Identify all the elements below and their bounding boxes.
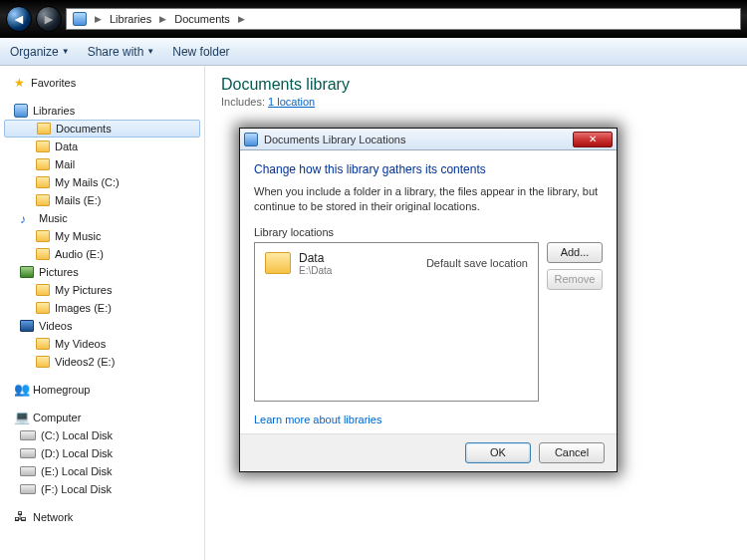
includes-link[interactable]: 1 location xyxy=(268,96,315,108)
dialog-title: Documents Library Locations xyxy=(264,134,567,145)
new-folder-button[interactable]: New folder xyxy=(172,45,229,59)
locations-list[interactable]: Data E:\Data Default save location xyxy=(254,242,539,402)
folder-icon xyxy=(36,194,50,206)
ok-button[interactable]: OK xyxy=(465,442,531,463)
chevron-down-icon: ▼ xyxy=(146,47,154,56)
breadcrumb-documents[interactable]: Documents xyxy=(168,9,236,29)
network-icon: 🖧 xyxy=(14,510,28,524)
folder-icon xyxy=(36,356,50,368)
breadcrumb-libraries[interactable]: Libraries xyxy=(104,9,157,29)
sidebar-documents[interactable]: Documents xyxy=(4,120,200,138)
drive-icon xyxy=(20,430,36,440)
libraries-icon xyxy=(73,12,87,26)
sidebar-libraries[interactable]: Libraries xyxy=(0,102,204,120)
sidebar-drive[interactable]: (D:) Local Disk xyxy=(0,444,204,462)
chevron-right-icon: ▶ xyxy=(157,14,168,24)
dialog-titlebar[interactable]: Documents Library Locations ✕ xyxy=(240,129,617,150)
dialog-icon xyxy=(244,133,258,146)
sidebar-item[interactable]: Data xyxy=(0,138,204,155)
sidebar-drive[interactable]: (F:) Local Disk xyxy=(0,480,204,498)
folder-icon xyxy=(265,252,291,274)
add-button[interactable]: Add... xyxy=(547,242,603,263)
navigation-pane: ★Favorites Libraries Documents Data Mail… xyxy=(0,66,205,560)
sidebar-item[interactable]: My Pictures xyxy=(0,281,204,299)
dialog-heading: Change how this library gathers its cont… xyxy=(254,162,603,176)
sidebar-item[interactable]: My Music xyxy=(0,227,204,245)
sidebar-item[interactable]: Mail xyxy=(0,155,204,173)
learn-more-link[interactable]: Learn more about libraries xyxy=(254,414,603,425)
computer-icon: 💻 xyxy=(14,411,28,424)
sidebar-drive[interactable]: (C:) Local Disk xyxy=(0,426,204,444)
folder-icon xyxy=(36,248,50,260)
page-title: Documents library xyxy=(221,76,731,94)
window-titlebar: ◄ ► ▶ Libraries ▶ Documents ▶ xyxy=(0,0,747,38)
location-item[interactable]: Data E:\Data Default save location xyxy=(261,249,532,278)
sidebar-item[interactable]: Images (E:) xyxy=(0,299,204,317)
locations-label: Library locations xyxy=(254,226,603,238)
address-bar[interactable]: ▶ Libraries ▶ Documents ▶ xyxy=(66,8,741,30)
sidebar-item[interactable]: My Mails (C:) xyxy=(0,173,204,191)
default-save-label: Default save location xyxy=(426,257,528,269)
folder-icon xyxy=(36,230,50,242)
libraries-icon xyxy=(14,104,28,118)
drive-icon xyxy=(20,484,36,494)
sidebar-computer[interactable]: 💻Computer xyxy=(0,409,204,426)
folder-icon xyxy=(36,158,50,170)
sidebar-item[interactable]: My Videos xyxy=(0,335,204,353)
share-with-menu[interactable]: Share with▼ xyxy=(88,45,155,59)
chevron-right-icon: ▶ xyxy=(93,14,104,24)
video-icon xyxy=(20,320,34,332)
pictures-icon xyxy=(20,266,34,278)
explorer-toolbar: Organize▼ Share with▼ New folder xyxy=(0,38,747,66)
folder-icon xyxy=(36,338,50,350)
location-path: E:\Data xyxy=(299,265,418,276)
sidebar-music[interactable]: ♪Music xyxy=(0,209,204,227)
homegroup-icon: 👥 xyxy=(14,383,28,397)
folder-icon xyxy=(37,123,51,135)
organize-menu[interactable]: Organize▼ xyxy=(10,45,70,59)
sidebar-videos[interactable]: Videos xyxy=(0,317,204,335)
dialog-footer: OK Cancel xyxy=(240,433,617,471)
sidebar-item[interactable]: Audio (E:) xyxy=(0,245,204,263)
sidebar-pictures[interactable]: Pictures xyxy=(0,263,204,281)
folder-icon xyxy=(36,140,50,152)
star-icon: ★ xyxy=(14,77,26,89)
sidebar-item[interactable]: Videos2 (E:) xyxy=(0,353,204,371)
chevron-down-icon: ▼ xyxy=(62,47,70,56)
back-button[interactable]: ◄ xyxy=(6,6,32,32)
drive-icon xyxy=(20,448,36,458)
remove-button: Remove xyxy=(547,269,603,290)
close-button[interactable]: ✕ xyxy=(573,132,613,147)
dialog-description: When you include a folder in a library, … xyxy=(254,184,603,214)
cancel-button[interactable]: Cancel xyxy=(539,442,605,463)
chevron-right-icon: ▶ xyxy=(236,14,247,24)
folder-icon xyxy=(36,284,50,296)
forward-button[interactable]: ► xyxy=(36,6,62,32)
folder-icon xyxy=(36,302,50,314)
sidebar-item[interactable]: Mails (E:) xyxy=(0,191,204,209)
music-icon: ♪ xyxy=(20,212,34,224)
library-locations-dialog: Documents Library Locations ✕ Change how… xyxy=(239,128,618,472)
sidebar-favorites[interactable]: ★Favorites xyxy=(0,74,204,92)
location-name: Data xyxy=(299,251,418,265)
drive-icon xyxy=(20,466,36,476)
sidebar-network[interactable]: 🖧Network xyxy=(0,508,204,526)
library-includes: Includes: 1 location xyxy=(221,96,731,108)
sidebar-drive[interactable]: (E:) Local Disk xyxy=(0,462,204,480)
sidebar-homegroup[interactable]: 👥Homegroup xyxy=(0,381,204,399)
folder-icon xyxy=(36,176,50,188)
